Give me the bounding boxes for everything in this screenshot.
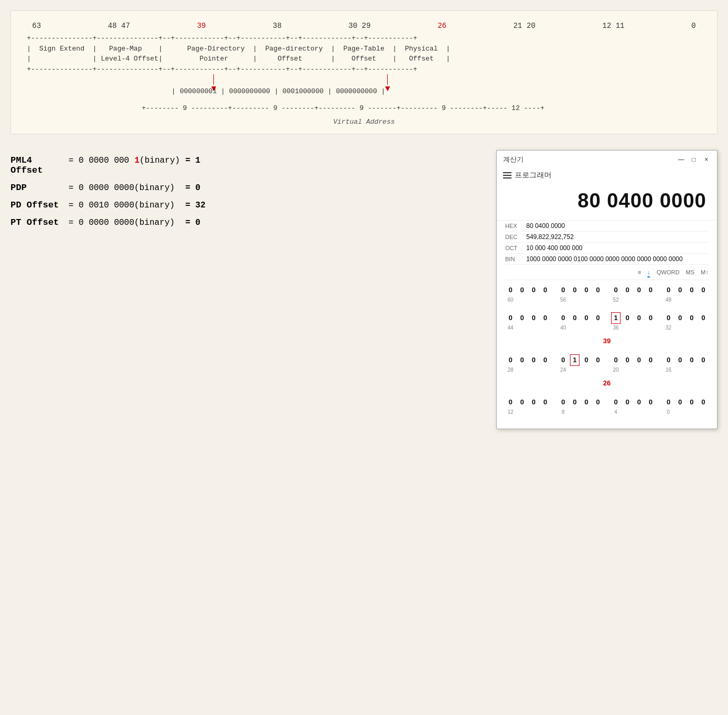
bit-cell[interactable]: 0 (611, 284, 621, 296)
bit-cell[interactable]: 0 (664, 396, 673, 408)
bit-cell[interactable]: 0 (558, 354, 568, 366)
bit-cell[interactable]: 0 (582, 284, 591, 296)
bit-cell[interactable]: 0 (687, 312, 696, 324)
bit-cell[interactable]: 0 (517, 312, 527, 324)
bit-cell[interactable]: 0 (623, 354, 632, 366)
pos-empty (646, 409, 655, 415)
bit-cell[interactable]: 0 (593, 312, 603, 324)
pml4-binary-tag: (binary) (140, 156, 180, 165)
bit-row-44-32: 0 0 0 0 0 0 0 0 1 0 0 0 0 0 (505, 312, 709, 345)
bit-cell[interactable]: 0 (593, 354, 603, 366)
bit-cell[interactable]: 0 (506, 284, 515, 296)
bit-cell[interactable]: 0 (517, 354, 527, 366)
bit-positions-row4: 12 8 4 0 (505, 409, 709, 415)
bit-cell[interactable]: 0 (687, 396, 696, 408)
bit-cell[interactable]: 0 (664, 284, 673, 296)
bit-cell[interactable]: 0 (506, 312, 515, 324)
bit-cell-26[interactable]: 1 (570, 354, 579, 366)
bit-cell[interactable]: 0 (506, 354, 515, 366)
diagram-width-row: +-------- 9 ---------+--------- 9 ------… (142, 103, 701, 114)
bit-row-28-16: 0 0 0 0 0 1 0 0 0 0 0 0 0 0 (505, 354, 709, 387)
bit-label-30-29: 30 29 (349, 22, 371, 30)
hamburger-icon[interactable] (503, 172, 511, 178)
bit-cell[interactable]: 0 (664, 312, 673, 324)
bit-cell[interactable]: 0 (570, 284, 579, 296)
bit-cell[interactable]: 0 (699, 396, 708, 408)
bit-pos-spacer (552, 325, 556, 331)
tab-qword[interactable]: QWORD (656, 269, 679, 277)
bit-cell[interactable]: 0 (699, 312, 708, 324)
bit-cell[interactable]: 0 (699, 284, 708, 296)
pt-row: PT Offset = 0 0000 0000(binary) = 0 (11, 217, 480, 227)
bit-cell[interactable]: 0 (582, 312, 591, 324)
pd-eq: = 0 0010 0000(binary) (68, 201, 175, 210)
bit-cell[interactable]: 0 (582, 354, 591, 366)
bit-cell[interactable]: 0 (570, 396, 579, 408)
calc-info-rows: HEX 80 0400 0000 DEC 549,822,922,752 OCT… (497, 220, 717, 265)
tab-ms[interactable]: MS (686, 269, 695, 277)
pos-empty (529, 325, 538, 331)
pos-16: 16 (664, 367, 673, 373)
bit-cell[interactable]: 0 (675, 312, 685, 324)
pos-empty (634, 325, 644, 331)
bit-cell[interactable]: 0 (529, 354, 538, 366)
bit-cell[interactable]: 0 (540, 284, 550, 296)
bit-sep (605, 396, 609, 408)
bit-cell[interactable]: 0 (675, 396, 685, 408)
minimize-button[interactable]: — (677, 155, 685, 164)
maximize-button[interactable]: □ (690, 155, 698, 164)
bit-cell[interactable]: 0 (529, 396, 538, 408)
calc-main-number: 80 0400 0000 (507, 190, 706, 212)
bit-cell[interactable]: 0 (540, 396, 550, 408)
info-panel: PML4 Offset = 0 0000 0001(binary) = 1 PD… (11, 150, 480, 240)
bit-cell[interactable]: 0 (664, 354, 673, 366)
bit-cell[interactable]: 0 (687, 354, 696, 366)
bit-cell[interactable]: 0 (646, 354, 655, 366)
tab-m-up[interactable]: M↑ (701, 269, 709, 277)
bit-sep (657, 312, 662, 324)
bit-cell[interactable]: 0 (593, 396, 603, 408)
bit-cell[interactable]: 0 (540, 354, 550, 366)
bit-cell[interactable]: 0 (517, 284, 527, 296)
bit-cell[interactable]: 0 (529, 284, 538, 296)
bit-cell[interactable]: 0 (623, 284, 632, 296)
bit-cell[interactable]: 0 (540, 312, 550, 324)
pos-empty (646, 325, 655, 331)
bit-cell[interactable]: 0 (623, 312, 632, 324)
bit-cell[interactable]: 0 (623, 396, 632, 408)
binary-display: | 000000001 | 0000000000 | 0001000000 | … (168, 87, 385, 95)
bit-cell[interactable]: 0 (675, 284, 685, 296)
bit-cell[interactable]: 0 (611, 354, 621, 366)
bit-cell[interactable]: 0 (558, 396, 568, 408)
bit-label-63: 63 (32, 22, 41, 30)
bit-cell-39[interactable]: 1 (611, 312, 621, 324)
bit-cell[interactable]: 0 (634, 284, 644, 296)
bit-positions-row3: 28 24 20 16 (505, 367, 709, 373)
pos-empty (570, 367, 579, 373)
bit-cell[interactable]: 0 (517, 396, 527, 408)
bit-cell[interactable]: 0 (634, 396, 644, 408)
bit-cell[interactable]: 0 (646, 284, 655, 296)
tab-grid[interactable]: ≡ (638, 269, 641, 277)
bit-cell[interactable]: 0 (646, 312, 655, 324)
bit-cell[interactable]: 0 (506, 396, 515, 408)
bit-cell[interactable]: 0 (558, 284, 568, 296)
bit-cell[interactable]: 0 (582, 396, 591, 408)
bit-cell[interactable]: 0 (558, 312, 568, 324)
bit-cell[interactable]: 0 (699, 354, 708, 366)
oct-row: OCT 10 000 400 000 000 (505, 243, 709, 254)
pos-empty (675, 297, 685, 303)
bit-pos-spacer (657, 297, 662, 303)
bit-cell[interactable]: 0 (634, 312, 644, 324)
bit-cell[interactable]: 0 (529, 312, 538, 324)
tab-down[interactable]: ↓ (647, 269, 651, 277)
diagram-top-border: +---------------+---------------+--+----… (27, 33, 701, 44)
bit-cell[interactable]: 0 (687, 284, 696, 296)
bit-cell[interactable]: 0 (675, 354, 685, 366)
bit-cell[interactable]: 0 (611, 396, 621, 408)
bit-cell[interactable]: 0 (634, 354, 644, 366)
close-button[interactable]: × (702, 155, 711, 164)
bit-cell[interactable]: 0 (593, 284, 603, 296)
bit-cell[interactable]: 0 (646, 396, 655, 408)
bit-cell[interactable]: 0 (570, 312, 579, 324)
